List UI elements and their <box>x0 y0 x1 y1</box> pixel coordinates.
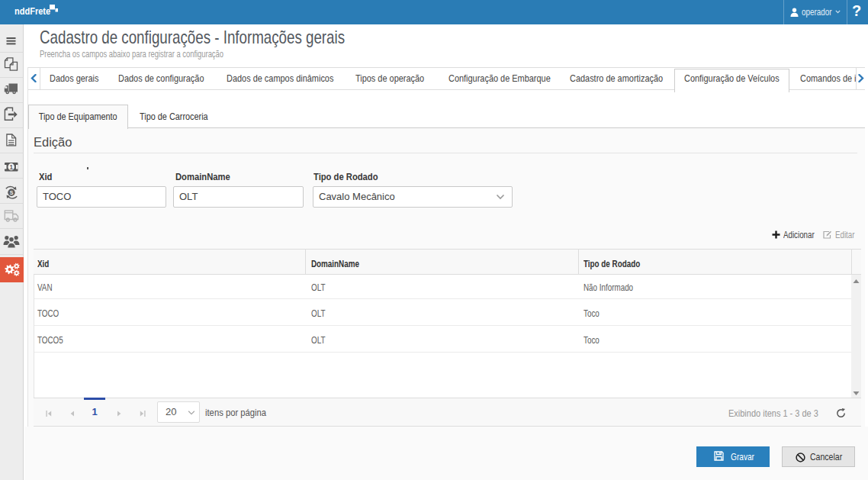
svg-text:S: S <box>10 190 14 195</box>
svg-text:1: 1 <box>9 164 13 171</box>
